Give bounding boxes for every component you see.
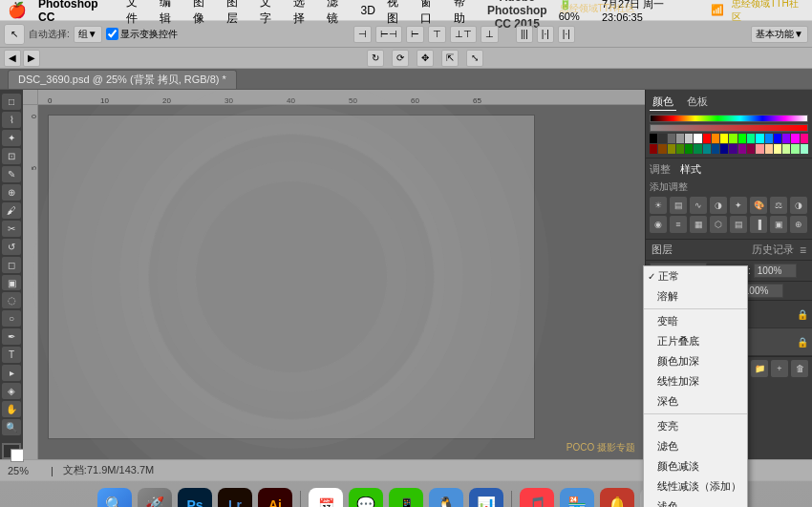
opacity-input[interactable] bbox=[754, 264, 797, 278]
tab-adjustments[interactable]: 调整 bbox=[650, 162, 671, 177]
prev-btn[interactable]: ◀ bbox=[4, 50, 21, 67]
dock-charts[interactable]: 📊 bbox=[469, 488, 503, 508]
menu-help[interactable]: 帮助 bbox=[454, 0, 476, 27]
3d-roll[interactable]: ⟳ bbox=[392, 50, 409, 67]
type-tool[interactable]: T bbox=[2, 347, 21, 363]
dodge-tool[interactable]: ○ bbox=[2, 310, 21, 327]
colorbalance-adj[interactable]: ⚖ bbox=[770, 197, 787, 214]
dock-messages[interactable]: 💬 bbox=[349, 488, 383, 508]
auto-select-dropdown[interactable]: 组 ▼ bbox=[74, 26, 102, 43]
swatch[interactable] bbox=[747, 144, 755, 154]
dock-launchpad[interactable]: 🚀 bbox=[138, 488, 172, 508]
tab-swatches[interactable]: 色板 bbox=[684, 94, 711, 111]
dock-calendar[interactable]: 📅 bbox=[309, 488, 343, 508]
swatch[interactable] bbox=[650, 134, 657, 143]
lasso-tool[interactable]: ⌇ bbox=[2, 112, 21, 128]
shape-tool[interactable]: ◈ bbox=[2, 383, 21, 399]
dock-wechat[interactable]: 📱 bbox=[389, 488, 423, 508]
layers-options-icon[interactable]: ≡ bbox=[800, 243, 806, 257]
swatch[interactable] bbox=[782, 144, 790, 154]
blend-darken[interactable]: 变暗 bbox=[644, 311, 747, 331]
invert-adj[interactable]: ⬡ bbox=[710, 216, 727, 233]
blend-color-dodge[interactable]: 颜色减淡 bbox=[644, 456, 747, 476]
brush-tool[interactable]: 🖌 bbox=[2, 202, 21, 219]
menu-filter[interactable]: 滤镜 bbox=[327, 0, 349, 27]
exposure-adj[interactable]: ◑ bbox=[710, 197, 727, 214]
swatch[interactable] bbox=[765, 134, 773, 143]
swatch[interactable] bbox=[650, 144, 657, 154]
threshold-adj[interactable]: ▐ bbox=[750, 216, 767, 233]
marquee-tool[interactable]: □ bbox=[2, 94, 21, 110]
align-center-v[interactable]: ⊥⊤ bbox=[450, 26, 477, 43]
tab-color[interactable]: 颜色 bbox=[650, 94, 676, 111]
document-tab[interactable]: DSC_3690.psd @ 25% (背景 拷贝, RGB/8) * bbox=[8, 70, 237, 89]
vibrance-adj[interactable]: ✦ bbox=[730, 197, 747, 214]
swatch[interactable] bbox=[658, 134, 666, 143]
menu-3d[interactable]: 3D bbox=[361, 4, 375, 17]
swatch[interactable] bbox=[658, 144, 666, 154]
swatch[interactable] bbox=[765, 144, 773, 154]
swatch[interactable] bbox=[774, 144, 781, 154]
menu-select[interactable]: 选择 bbox=[293, 0, 315, 27]
pen-tool[interactable]: ✒ bbox=[2, 328, 21, 345]
history-tab[interactable]: 历史记录 bbox=[752, 243, 794, 257]
dock-qq[interactable]: 🐧 bbox=[429, 488, 463, 508]
swatch[interactable] bbox=[694, 134, 701, 143]
swatch[interactable] bbox=[703, 134, 711, 143]
swatch[interactable] bbox=[729, 144, 737, 154]
swatch[interactable] bbox=[756, 144, 763, 154]
distribute-left[interactable]: ||| bbox=[516, 26, 533, 43]
show-transform-checkbox[interactable]: 显示变换控件 bbox=[106, 28, 178, 41]
color-lookup-adj[interactable]: ▦ bbox=[690, 216, 707, 233]
channel-mixer-adj[interactable]: ≡ bbox=[670, 216, 687, 233]
photo-filter-adj[interactable]: ◉ bbox=[650, 216, 667, 233]
swatch[interactable] bbox=[676, 134, 684, 143]
dock-finder[interactable]: 🔍 bbox=[97, 488, 132, 508]
swatch[interactable] bbox=[801, 144, 808, 154]
dock-notification[interactable]: 🔔 bbox=[600, 488, 634, 508]
swatch[interactable] bbox=[712, 144, 719, 154]
bw-adj[interactable]: ◑ bbox=[790, 197, 807, 214]
swatch[interactable] bbox=[738, 134, 746, 143]
align-center-h[interactable]: ⊢⊣ bbox=[375, 26, 402, 43]
align-left[interactable]: ⊣ bbox=[353, 26, 372, 43]
next-btn[interactable]: ▶ bbox=[23, 50, 40, 67]
swatch[interactable] bbox=[685, 134, 693, 143]
hand-tool[interactable]: ✋ bbox=[2, 401, 21, 417]
blend-multiply[interactable]: 正片叠底 bbox=[644, 331, 747, 351]
distribute-right[interactable]: |·| bbox=[558, 26, 575, 43]
tab-style[interactable]: 样式 bbox=[680, 162, 701, 177]
menu-file[interactable]: 文件 bbox=[126, 0, 148, 27]
3d-rotate[interactable]: ↻ bbox=[367, 50, 384, 67]
3d-scale[interactable]: ⤡ bbox=[466, 50, 483, 67]
swatch[interactable] bbox=[668, 144, 675, 154]
swatch[interactable] bbox=[801, 134, 808, 143]
swatch[interactable] bbox=[774, 134, 781, 143]
menu-view[interactable]: 视图 bbox=[387, 0, 409, 27]
clone-tool[interactable]: ✂ bbox=[2, 221, 21, 237]
magic-wand-tool[interactable]: ✦ bbox=[2, 130, 21, 146]
dock-music[interactable]: 🎵 bbox=[520, 488, 554, 508]
dock-lr[interactable]: Lr bbox=[218, 488, 252, 508]
color-bar-hue[interactable] bbox=[650, 115, 808, 122]
swatch[interactable] bbox=[720, 144, 728, 154]
swatch[interactable] bbox=[668, 134, 675, 143]
swatch[interactable] bbox=[791, 144, 799, 154]
blur-tool[interactable]: ◌ bbox=[2, 292, 21, 308]
align-right[interactable]: ⊢ bbox=[406, 26, 424, 43]
swatch[interactable] bbox=[791, 134, 799, 143]
menu-edit[interactable]: 编辑 bbox=[160, 0, 182, 27]
swatch[interactable] bbox=[694, 144, 701, 154]
blend-lighten[interactable]: 变亮 bbox=[644, 416, 747, 436]
align-top[interactable]: ⊤ bbox=[428, 26, 446, 43]
document-canvas[interactable] bbox=[48, 115, 535, 439]
hsl-adj[interactable]: 🎨 bbox=[750, 197, 767, 214]
crop-tool[interactable]: ⊡ bbox=[2, 148, 21, 164]
blend-linear-burn[interactable]: 线性加深 bbox=[644, 371, 747, 391]
swatch[interactable] bbox=[747, 134, 755, 143]
blend-darker-color[interactable]: 深色 bbox=[644, 391, 747, 412]
gradient-map-adj[interactable]: ▣ bbox=[770, 216, 787, 233]
gradient-tool[interactable]: ▣ bbox=[2, 275, 21, 291]
blend-normal[interactable]: 正常 bbox=[644, 266, 747, 286]
menu-image[interactable]: 图像 bbox=[193, 0, 215, 27]
